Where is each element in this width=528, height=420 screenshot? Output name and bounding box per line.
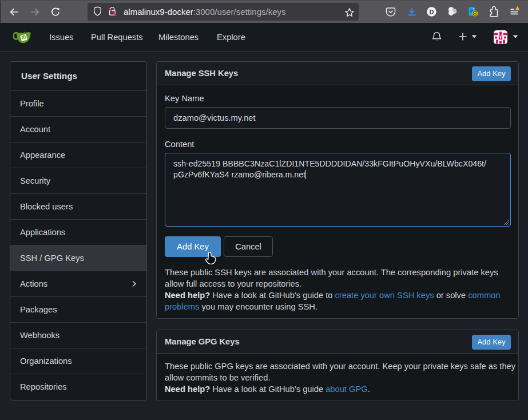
svg-text:D: D [430,9,434,15]
